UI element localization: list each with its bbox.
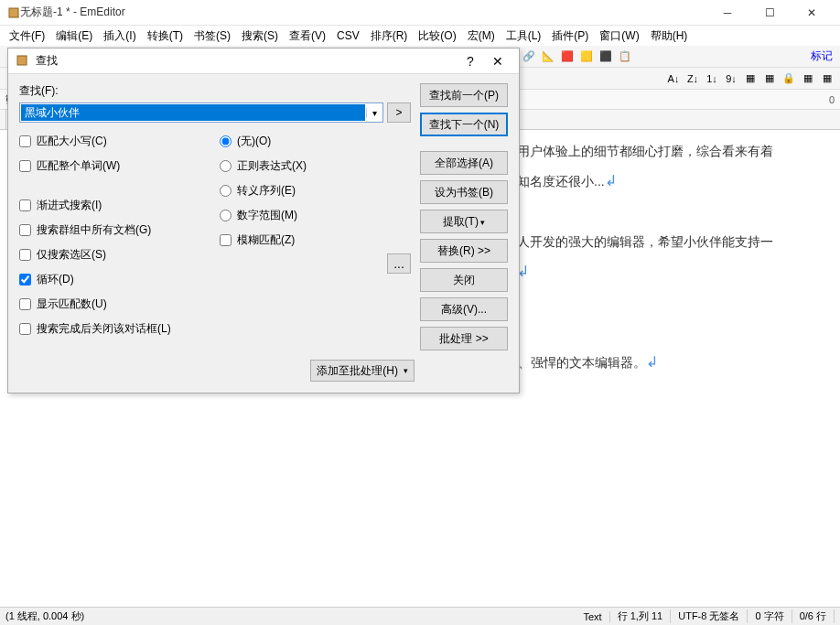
plugin-icon[interactable]: 🔗 bbox=[520, 48, 538, 66]
status-lines: 0/6 行 bbox=[792, 609, 835, 623]
incremental-check[interactable]: 渐进式搜索(I) bbox=[19, 198, 210, 213]
advanced-button[interactable]: 高级(V)... bbox=[420, 297, 508, 321]
dialog-close-button[interactable]: ✕ bbox=[484, 54, 512, 69]
menu-insert[interactable]: 插入(I) bbox=[98, 27, 141, 46]
menu-csv[interactable]: CSV bbox=[331, 27, 365, 44]
menu-file[interactable]: 文件(F) bbox=[4, 27, 50, 46]
mode-none-radio[interactable]: (无)(O) bbox=[220, 134, 411, 149]
find-prev-button[interactable]: 查找前一个(P) bbox=[420, 83, 508, 107]
plugin-icon[interactable]: 🟥 bbox=[558, 48, 576, 66]
all-docs-check[interactable]: 搜索群组中所有文档(G) bbox=[19, 222, 210, 238]
find-aux-button[interactable]: > bbox=[387, 102, 411, 123]
menu-help[interactable]: 帮助(H) bbox=[645, 27, 694, 46]
menu-edit[interactable]: 编辑(E) bbox=[50, 27, 98, 46]
match-case-check[interactable]: 匹配大小写(C) bbox=[19, 134, 210, 149]
plugin-icon[interactable]: 📋 bbox=[616, 48, 634, 66]
close-dialog-button[interactable]: 关闭 bbox=[420, 268, 508, 292]
find-dialog-icon bbox=[16, 54, 30, 69]
sort-icon[interactable]: 1↓ bbox=[703, 70, 721, 88]
tool-icon[interactable]: ▦ bbox=[799, 70, 817, 88]
dialog-title: 查找 bbox=[36, 53, 457, 69]
status-mode[interactable]: Text bbox=[576, 611, 610, 622]
find-combo[interactable]: ▾ bbox=[19, 102, 383, 123]
close-after-check[interactable]: 搜索完成后关闭该对话框(L) bbox=[19, 321, 210, 337]
menu-sort[interactable]: 排序(R) bbox=[365, 27, 414, 46]
svg-rect-2 bbox=[17, 56, 27, 65]
find-dialog: 查找 ? ✕ 查找(F): ▾ > 匹配大小写(C) 匹配整个单词(W) 渐进式… bbox=[7, 48, 520, 393]
help-button[interactable]: ? bbox=[457, 54, 484, 69]
mode-escape-radio[interactable]: 转义序列(E) bbox=[220, 183, 411, 199]
plugin-icon[interactable]: 📐 bbox=[539, 48, 557, 66]
minimize-button[interactable]: ─ bbox=[706, 1, 748, 25]
close-button[interactable]: ✕ bbox=[791, 1, 833, 25]
marker-label[interactable]: 标记 bbox=[807, 48, 836, 64]
menu-tools[interactable]: 工具(L) bbox=[501, 27, 547, 46]
menu-plugins[interactable]: 插件(P) bbox=[546, 27, 594, 46]
batch-button[interactable]: 批处理 >> bbox=[420, 327, 508, 350]
sort-icon[interactable]: Z↓ bbox=[684, 70, 702, 88]
find-next-button[interactable]: 查找下一个(N) bbox=[420, 113, 508, 136]
plugin-icon[interactable]: ⬛ bbox=[597, 48, 615, 66]
maximize-button[interactable]: ☐ bbox=[748, 1, 791, 25]
plugin-icon[interactable]: 🟨 bbox=[577, 48, 596, 66]
replace-button[interactable]: 替换(R) >> bbox=[420, 239, 508, 263]
tool-icon[interactable]: ▦ bbox=[760, 70, 779, 88]
sort-icon[interactable]: A↓ bbox=[664, 70, 683, 88]
sort-icon[interactable]: 9↓ bbox=[722, 70, 740, 88]
statusbar: (1 线程, 0.004 秒) Text 行 1,列 11 UTF-8 无签名 … bbox=[0, 607, 840, 625]
tool-icon[interactable]: ▦ bbox=[741, 70, 759, 88]
bookmark-button[interactable]: 设为书签(B) bbox=[420, 180, 508, 204]
find-input[interactable] bbox=[21, 104, 365, 121]
tool-icon[interactable]: 🔒 bbox=[780, 70, 798, 88]
tool-icon[interactable]: ▦ bbox=[818, 70, 836, 88]
titlebar: 无标题-1 * - EmEditor ─ ☐ ✕ bbox=[0, 0, 840, 26]
whole-word-check[interactable]: 匹配整个单词(W) bbox=[19, 158, 210, 174]
status-encoding[interactable]: UTF-8 无签名 bbox=[671, 609, 748, 623]
select-all-button[interactable]: 全部选择(A) bbox=[420, 151, 508, 175]
menu-bookmarks[interactable]: 书签(S) bbox=[188, 27, 236, 46]
menu-view[interactable]: 查看(V) bbox=[284, 27, 331, 46]
fuzzy-settings-button[interactable]: ... bbox=[387, 253, 411, 274]
status-timing: (1 线程, 0.004 秒) bbox=[5, 609, 84, 623]
menubar: 文件(F) 编辑(E) 插入(I) 转换(T) 书签(S) 搜索(S) 查看(V… bbox=[0, 26, 840, 46]
svg-rect-0 bbox=[9, 8, 18, 17]
menu-macro[interactable]: 宏(M) bbox=[462, 27, 501, 46]
window-title: 无标题-1 * - EmEditor bbox=[20, 5, 706, 20]
menu-convert[interactable]: 转换(T) bbox=[142, 27, 188, 46]
add-to-batch-combo[interactable]: 添加至批处理(H) bbox=[310, 360, 415, 382]
extract-button[interactable]: 提取(T) bbox=[420, 210, 508, 233]
wrap-check[interactable]: 循环(D) bbox=[19, 272, 210, 287]
dropdown-icon[interactable]: ▾ bbox=[366, 108, 382, 118]
mode-regex-radio[interactable]: 正则表达式(X) bbox=[220, 158, 411, 174]
dialog-titlebar: 查找 ? ✕ bbox=[8, 48, 519, 74]
find-label: 查找(F): bbox=[19, 83, 411, 99]
menu-compare[interactable]: 比较(O) bbox=[413, 27, 461, 46]
status-position: 行 1,列 11 bbox=[610, 609, 672, 623]
menu-window[interactable]: 窗口(W) bbox=[594, 27, 644, 46]
fuzzy-check[interactable]: 模糊匹配(Z) bbox=[220, 232, 411, 248]
selection-only-check[interactable]: 仅搜索选区(S) bbox=[19, 247, 210, 263]
mode-number-radio[interactable]: 数字范围(M) bbox=[220, 208, 411, 223]
menu-search[interactable]: 搜索(S) bbox=[236, 27, 284, 46]
show-count-check[interactable]: 显示匹配数(U) bbox=[19, 296, 210, 312]
app-icon bbox=[7, 6, 20, 19]
status-chars: 0 字符 bbox=[748, 609, 792, 623]
